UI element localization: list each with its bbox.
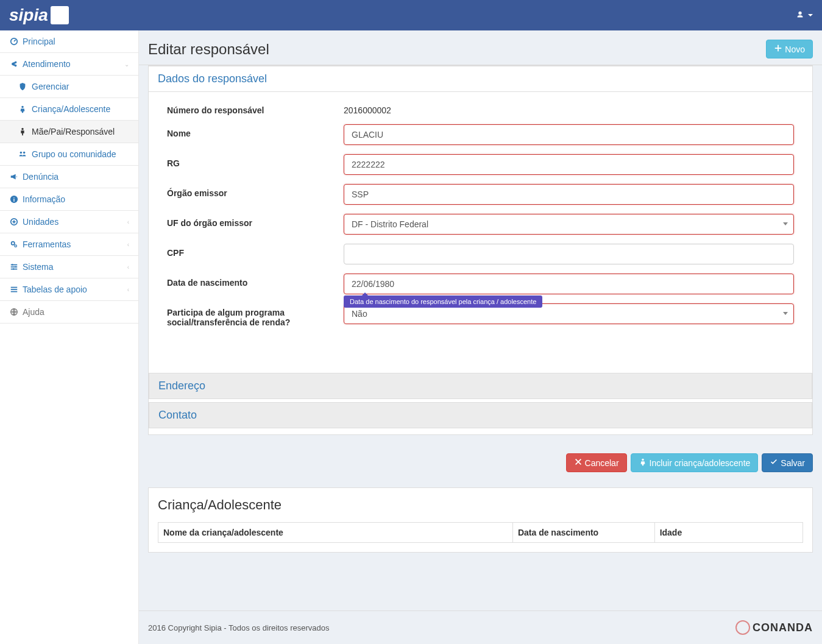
sidebar-item-ajuda[interactable]: Ajuda <box>0 301 138 324</box>
child-icon <box>639 458 647 468</box>
section-endereco[interactable]: Endereço <box>149 373 812 399</box>
table-header-row: Nome da criança/adolescente Data de nasc… <box>158 523 803 543</box>
svg-point-12 <box>13 268 15 270</box>
sidebar-label: Mãe/Pai/Responsável <box>32 127 115 136</box>
label-rg: RG <box>167 154 344 168</box>
footer: 2016 Copyright Sipia - Todos os direitos… <box>139 610 822 644</box>
children-panel: Criança/Adolescente Nome da criança/adol… <box>148 487 813 553</box>
sidebar-subitem-crianca[interactable]: Criança/Adolescente <box>0 98 138 121</box>
svg-point-2 <box>21 128 24 130</box>
input-cpf[interactable] <box>344 244 794 264</box>
sidebar-subitem-responsavel[interactable]: Mãe/Pai/Responsável <box>0 121 138 143</box>
svg-point-8 <box>12 242 15 245</box>
form-actions: Cancelar Incluir criança/adolescente Sal… <box>148 447 813 478</box>
new-button[interactable]: Novo <box>766 40 813 58</box>
top-navbar: sipia <box>0 0 822 30</box>
input-nome[interactable] <box>344 124 794 145</box>
shield-icon <box>18 82 28 91</box>
sidebar-label: Gerenciar <box>32 82 69 91</box>
button-label: Novo <box>785 44 805 54</box>
group-icon <box>18 150 28 158</box>
chevron-left-icon: ‹ <box>127 286 129 293</box>
sidebar-label: Atendimento <box>23 59 71 69</box>
sidebar: Principal Atendimento ⌄ Gerenciar Crianç… <box>0 30 139 644</box>
col-nome: Nome da criança/adolescente <box>158 523 513 543</box>
sidebar-item-atendimento[interactable]: Atendimento ⌄ <box>0 53 138 76</box>
select-uf[interactable]: DF - Distrito Federal <box>344 214 794 235</box>
include-child-button[interactable]: Incluir criança/adolescente <box>631 453 759 472</box>
svg-point-14 <box>642 459 644 461</box>
sidebar-label: Denúncia <box>23 172 58 182</box>
value-numero: 2016000002 <box>344 101 794 115</box>
svg-point-9 <box>15 245 17 247</box>
section-contato[interactable]: Contato <box>149 402 812 428</box>
sidebar-label: Principal <box>23 37 55 46</box>
footer-logo-icon <box>735 620 750 635</box>
brand-logo[interactable]: sipia <box>9 5 69 25</box>
user-icon <box>796 10 804 21</box>
main-content: Editar responsável Novo Dados do respons… <box>139 30 822 644</box>
gears-icon <box>9 240 19 249</box>
sidebar-label: Unidades <box>23 217 58 227</box>
sidebar-item-principal[interactable]: Principal <box>0 30 138 53</box>
sidebar-item-ferramentas[interactable]: Ferramentas ‹ <box>0 233 138 256</box>
section-dados[interactable]: Dados do responsável <box>149 66 812 92</box>
dashboard-icon <box>9 37 19 46</box>
page-header: Editar responsável Novo <box>139 30 822 65</box>
sidebar-subitem-grupo[interactable]: Grupo ou comunidade <box>0 143 138 166</box>
button-label: Cancelar <box>585 458 619 468</box>
sidebar-label: Grupo ou comunidade <box>32 149 116 159</box>
input-rg[interactable] <box>344 154 794 175</box>
col-idade: Idade <box>654 523 803 543</box>
input-nascimento[interactable] <box>344 274 794 294</box>
label-programa: Participa de algum programa social/trans… <box>167 303 344 327</box>
sidebar-item-denuncia[interactable]: Denúncia <box>0 166 138 188</box>
row-uf: UF do órgão emissor DF - Distrito Federa… <box>158 214 803 235</box>
input-orgao[interactable] <box>344 184 794 205</box>
sliders-icon <box>9 263 19 271</box>
label-nascimento: Data de nascimento <box>167 274 344 288</box>
close-icon <box>574 458 583 468</box>
sidebar-item-informacao[interactable]: i Informação <box>0 188 138 211</box>
label-cpf: CPF <box>167 244 344 258</box>
sidebar-item-unidades[interactable]: Unidades ‹ <box>0 211 138 233</box>
label-numero: Número do responsável <box>167 101 344 115</box>
bullhorn-icon <box>9 172 19 181</box>
svg-point-4 <box>23 152 26 154</box>
info-icon: i <box>9 195 19 203</box>
plus-circle-icon <box>9 218 19 226</box>
check-icon <box>770 458 778 468</box>
svg-point-3 <box>20 152 23 154</box>
label-uf: UF do órgão emissor <box>167 214 344 228</box>
plus-icon <box>774 44 782 54</box>
svg-text:i: i <box>13 197 15 203</box>
chevron-left-icon: ‹ <box>127 264 129 271</box>
sidebar-item-sistema[interactable]: Sistema ‹ <box>0 256 138 278</box>
chevron-left-icon: ‹ <box>127 219 129 225</box>
sidebar-subitem-gerenciar[interactable]: Gerenciar <box>0 76 138 98</box>
user-menu[interactable] <box>796 10 813 21</box>
row-numero: Número do responsável 2016000002 <box>158 101 803 115</box>
footer-logo-text: CONANDA <box>753 621 813 634</box>
child-icon <box>18 105 28 113</box>
svg-point-1 <box>21 106 24 108</box>
sidebar-label: Ajuda <box>23 307 44 317</box>
row-rg: RG <box>158 154 803 175</box>
row-orgao: Órgão emissor <box>158 184 803 205</box>
svg-point-10 <box>12 264 13 266</box>
chevron-left-icon: ‹ <box>127 241 129 248</box>
svg-point-11 <box>15 266 16 268</box>
sidebar-item-tabelas[interactable]: Tabelas de apoio ‹ <box>0 278 138 301</box>
chevron-down-icon: ⌄ <box>124 61 129 68</box>
cancel-button[interactable]: Cancelar <box>566 453 627 472</box>
parent-icon <box>18 127 28 136</box>
button-label: Salvar <box>781 458 805 468</box>
row-nascimento: Data de nascimento Data de nascimento do… <box>158 274 803 294</box>
save-button[interactable]: Salvar <box>762 453 813 472</box>
label-orgao: Órgão emissor <box>167 184 344 198</box>
col-nascimento: Data de nascimento <box>512 523 654 543</box>
brand-text: sipia <box>9 5 48 25</box>
form-panel: Dados do responsável Número do responsáv… <box>148 65 813 435</box>
copyright: 2016 Copyright Sipia - Todos os direitos… <box>148 623 329 632</box>
share-icon <box>9 60 19 68</box>
